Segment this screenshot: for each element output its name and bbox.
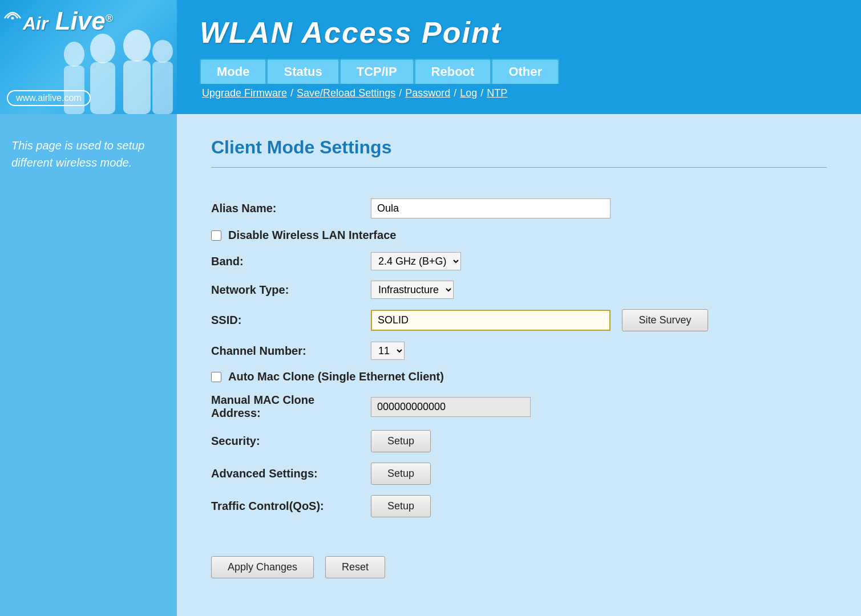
alias-name-row: Alias Name: xyxy=(211,198,827,218)
advanced-setup-button[interactable]: Setup xyxy=(371,463,431,485)
ssid-label: SSID: xyxy=(211,309,371,331)
logo-area: Air Live® www.airlive.com xyxy=(0,0,177,114)
action-buttons-row: Apply Changes Reset xyxy=(211,556,827,578)
disable-wireless-checkbox[interactable] xyxy=(211,230,221,241)
disable-wireless-label[interactable]: Disable Wireless LAN Interface xyxy=(228,229,396,242)
sub-nav: Upgrade Firmware / Save/Reload Settings … xyxy=(200,87,861,99)
content-area: Client Mode Settings Alias Name: Disable… xyxy=(177,114,861,616)
page-title: Client Mode Settings xyxy=(211,137,827,158)
security-label: Security: xyxy=(211,430,371,452)
sep-4: / xyxy=(480,87,483,99)
tab-other[interactable]: Other xyxy=(491,59,559,84)
auto-mac-row: Auto Mac Clone (Single Ethernet Client) xyxy=(211,370,827,383)
ssid-input[interactable] xyxy=(371,310,611,331)
logo-air: Air xyxy=(23,13,48,34)
link-upgrade-firmware[interactable]: Upgrade Firmware xyxy=(202,87,287,99)
header-right: WLAN Access Point Mode Status TCP/IP Reb… xyxy=(177,15,861,99)
manual-mac-row: Manual MAC Clone Address: xyxy=(211,394,827,420)
tab-status[interactable]: Status xyxy=(266,59,339,84)
manual-mac-input[interactable] xyxy=(371,397,531,417)
manual-mac-label-line1: Manual MAC Clone xyxy=(211,394,314,406)
auto-mac-label[interactable]: Auto Mac Clone (Single Ethernet Client) xyxy=(228,370,444,383)
manual-mac-control xyxy=(371,394,827,420)
sep-2: / xyxy=(399,87,402,99)
manual-mac-label-line2: Address: xyxy=(211,407,261,419)
channel-label: Channel Number: xyxy=(211,342,371,360)
svg-point-7 xyxy=(152,40,173,63)
network-type-select[interactable]: Infrastructure Ad-Hoc xyxy=(371,281,454,299)
auto-mac-cell: Auto Mac Clone (Single Ethernet Client) xyxy=(211,370,827,383)
apply-changes-button[interactable]: Apply Changes xyxy=(211,556,314,578)
link-log[interactable]: Log xyxy=(460,87,477,99)
svg-point-5 xyxy=(123,30,151,62)
traffic-row: Traffic Control(QoS): Setup xyxy=(211,495,827,517)
settings-form: Alias Name: Disable Wireless LAN Interfa… xyxy=(211,188,827,528)
svg-rect-4 xyxy=(90,62,115,114)
logo-brand: Air Live® xyxy=(7,7,113,35)
link-ntp[interactable]: NTP xyxy=(487,87,507,99)
channel-row: Channel Number: 1 2 3 4 5 6 7 8 9 10 11 xyxy=(211,342,827,360)
band-label: Band: xyxy=(211,252,371,270)
tab-tcpip[interactable]: TCP/IP xyxy=(339,59,414,84)
traffic-setup-button[interactable]: Setup xyxy=(371,495,431,517)
nav-tabs: Mode Status TCP/IP Reboot Other xyxy=(200,59,861,84)
link-password[interactable]: Password xyxy=(405,87,450,99)
network-type-control: Infrastructure Ad-Hoc xyxy=(371,281,827,299)
auto-mac-checkbox[interactable] xyxy=(211,372,221,382)
band-control: 2.4 GHz (B+G) 2.4 GHz (B) 2.4 GHz (G) 5 … xyxy=(371,252,827,270)
svg-rect-8 xyxy=(152,62,173,114)
alias-name-label: Alias Name: xyxy=(211,198,371,218)
advanced-control: Setup xyxy=(371,463,827,485)
svg-point-0 xyxy=(11,17,14,20)
ssid-row: SSID: Site Survey xyxy=(211,309,827,331)
sidebar: This page is used to setup different wir… xyxy=(0,114,177,616)
auto-mac-checkbox-row: Auto Mac Clone (Single Ethernet Client) xyxy=(211,370,827,383)
main-container: This page is used to setup different wir… xyxy=(0,114,861,616)
alias-name-control xyxy=(371,198,827,218)
site-survey-button[interactable]: Site Survey xyxy=(622,309,708,331)
security-control: Setup xyxy=(371,430,827,452)
link-save-reload[interactable]: Save/Reload Settings xyxy=(297,87,395,99)
logo-url: www.airlive.com xyxy=(7,90,91,106)
header: Air Live® www.airlive.com xyxy=(0,0,861,114)
svg-rect-6 xyxy=(123,60,151,114)
tab-reboot[interactable]: Reboot xyxy=(414,59,492,84)
disable-wireless-checkbox-row: Disable Wireless LAN Interface xyxy=(211,229,827,242)
disable-wireless-cell: Disable Wireless LAN Interface xyxy=(211,229,827,242)
logo-live: Live xyxy=(48,7,105,35)
tab-mode[interactable]: Mode xyxy=(200,59,266,84)
security-row: Security: Setup xyxy=(211,430,827,452)
channel-select[interactable]: 1 2 3 4 5 6 7 8 9 10 11 12 13 xyxy=(371,342,405,360)
header-title: WLAN Access Point xyxy=(200,15,861,50)
title-divider xyxy=(211,167,827,168)
svg-point-3 xyxy=(90,34,115,63)
disable-wireless-row: Disable Wireless LAN Interface xyxy=(211,229,827,242)
sidebar-description: This page is used to setup different wir… xyxy=(11,137,165,171)
manual-mac-label: Manual MAC Clone Address: xyxy=(211,394,371,420)
network-type-label: Network Type: xyxy=(211,281,371,299)
traffic-label: Traffic Control(QoS): xyxy=(211,495,371,517)
advanced-label: Advanced Settings: xyxy=(211,463,371,485)
traffic-control: Setup xyxy=(371,495,827,517)
sep-1: / xyxy=(290,87,293,99)
advanced-row: Advanced Settings: Setup xyxy=(211,463,827,485)
reset-button[interactable]: Reset xyxy=(325,556,385,578)
security-setup-button[interactable]: Setup xyxy=(371,430,431,452)
alias-name-input[interactable] xyxy=(371,198,611,218)
sep-3: / xyxy=(454,87,456,99)
logo-brand-text: Air Live® xyxy=(7,7,113,35)
band-select[interactable]: 2.4 GHz (B+G) 2.4 GHz (B) 2.4 GHz (G) 5 … xyxy=(371,252,461,270)
network-type-row: Network Type: Infrastructure Ad-Hoc xyxy=(211,281,827,299)
svg-point-1 xyxy=(64,42,84,67)
band-row: Band: 2.4 GHz (B+G) 2.4 GHz (B) 2.4 GHz … xyxy=(211,252,827,270)
channel-control: 1 2 3 4 5 6 7 8 9 10 11 12 13 xyxy=(371,342,827,360)
ssid-control: Site Survey xyxy=(371,309,827,331)
